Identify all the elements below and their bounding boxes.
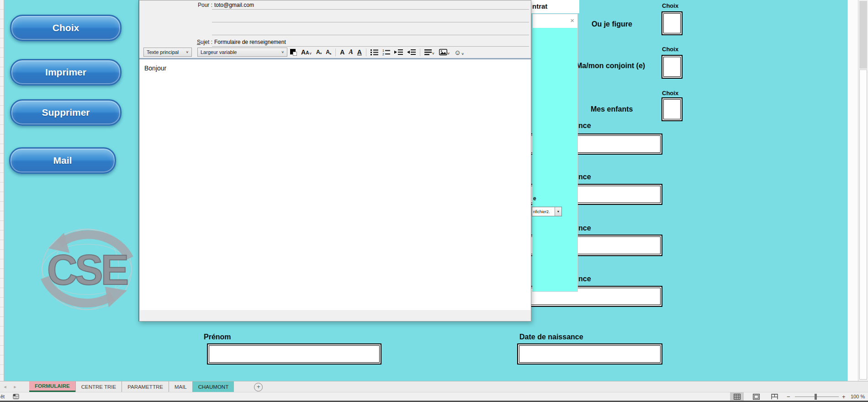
popup-text-fragment: e (533, 195, 536, 202)
naissance-label-fragment-1: nce (578, 122, 591, 130)
cse-logo-graphic: CSE (36, 223, 138, 316)
cc-field-underline[interactable] (212, 22, 529, 22)
underline-icon[interactable]: A (357, 49, 362, 55)
toolbar-separator (335, 48, 336, 56)
font-color-icon[interactable] (290, 49, 297, 56)
sheet-tab-bar: ◄ ► FORMULAIRE CENTRE TRIE PARAMETTRE MA… (0, 381, 868, 392)
conjoint-label: Ma/mon conjoint (e) (576, 62, 645, 70)
bold-icon[interactable]: A (340, 49, 344, 55)
toolbar-separator (420, 48, 420, 56)
choix-button[interactable]: Choix (10, 15, 122, 41)
align-icon[interactable]: ∨ (424, 49, 435, 55)
cse-logo: CSE (36, 223, 138, 316)
vertical-scrollbar-thumb[interactable] (859, 1, 867, 69)
dropdown-arrow-icon[interactable]: ▼ (555, 207, 561, 216)
tab-centre-trie[interactable]: CENTRE TRIE (75, 381, 122, 392)
file-select-value: nfichier2. (532, 209, 555, 214)
date-naissance-label: Date de naissance (519, 333, 583, 341)
macro-record-icon[interactable] (13, 394, 19, 400)
choix-label-3: Choix (662, 90, 678, 96)
page-break-view-icon[interactable] (767, 392, 781, 401)
to-label: Pour : (185, 2, 212, 8)
page-layout-view-icon[interactable] (749, 392, 763, 401)
tab-paramettre[interactable]: PARAMETTRE (122, 381, 169, 392)
row-header-sliver (0, 0, 4, 381)
supprimer-button[interactable]: Supprimer (10, 99, 122, 126)
prenom-input[interactable] (207, 343, 381, 364)
file-select-dropdown[interactable]: nfichier2. ▼ (532, 207, 562, 216)
subject-label: Sujet : (185, 39, 212, 45)
image-icon[interactable]: ∨ (439, 49, 450, 55)
width-dropdown-value: Largeur variable (201, 49, 237, 55)
width-dropdown[interactable]: Largeur variable ∨ (197, 48, 287, 57)
zoom-slider-track[interactable] (795, 397, 839, 397)
choix-checkbox-3[interactable] (662, 97, 683, 121)
style-dropdown-value: Texte principal (147, 49, 179, 55)
status-bar: êt − + 100 % (0, 392, 868, 401)
to-field-underline (212, 9, 529, 10)
add-sheet-icon[interactable]: + (254, 383, 263, 391)
prenom-label: Prénom (204, 333, 231, 341)
chevron-down-icon: ∨ (185, 50, 189, 54)
naissance-label-fragment-2: nce (578, 173, 591, 181)
style-dropdown[interactable]: Texte principal ∨ (143, 48, 192, 57)
emoji-icon[interactable]: ☺ ∨ (454, 49, 464, 56)
indent-icon[interactable] (407, 49, 416, 55)
subject-field[interactable]: Formulaire de renseignement (214, 39, 286, 45)
date-naissance-input[interactable] (517, 343, 662, 364)
imprimer-button[interactable]: Imprimer (10, 59, 122, 86)
mes-enfants-label: Mes enfants (591, 105, 633, 113)
bullet-list-icon[interactable] (370, 49, 378, 55)
shrink-font-icon[interactable]: A▾ (316, 49, 322, 55)
svg-text:1: 1 (382, 49, 384, 52)
choix-checkbox-2[interactable] (662, 55, 683, 79)
chevron-down-icon: ∨ (281, 50, 284, 54)
tab-mail[interactable]: MAIL (169, 381, 192, 392)
svg-text:CSE: CSE (47, 247, 127, 293)
popup-header[interactable]: × (533, 14, 577, 28)
vertical-scrollbar[interactable] (858, 0, 868, 382)
zoom-out-icon[interactable]: − (787, 393, 790, 400)
font-size-icon[interactable]: AA∨ (301, 49, 312, 55)
mail-compose-window: Pour : toto@gmail.com Sujet : Formulaire… (138, 0, 531, 322)
file-chooser-popup: × e nfichier2. ▼ (532, 14, 578, 292)
format-toolbar: AA∨ A▾ A▴ A A A 12 (290, 47, 464, 58)
numbered-list-icon[interactable]: 12 (382, 49, 390, 55)
message-body-text: Bonjour (144, 64, 166, 72)
mail-button[interactable]: Mail (9, 147, 116, 174)
tab-nav-right-icon[interactable]: ► (10, 381, 20, 392)
naissance-label-fragment-4: nce (578, 275, 591, 283)
choix-label-2: Choix (662, 46, 678, 53)
to-field[interactable]: toto@gmail.com (214, 2, 254, 8)
zoom-level-value[interactable]: 100 % (851, 394, 865, 399)
zoom-in-icon[interactable]: + (842, 393, 846, 400)
excel-window: Choix Imprimer Supprimer Mail CSE ntrat … (0, 0, 868, 402)
svg-text:2: 2 (382, 53, 384, 55)
close-icon[interactable]: × (570, 17, 574, 24)
toolbar-separator (366, 48, 366, 56)
message-body-editor[interactable]: Bonjour (140, 59, 531, 310)
tab-nav-left-icon[interactable]: ◄ (0, 381, 10, 392)
contrat-heading-box: ntrat (531, 0, 579, 13)
grow-font-icon[interactable]: A▴ (326, 49, 331, 55)
extra-field-underline[interactable] (212, 35, 529, 35)
tab-formulaire[interactable]: FORMULAIRE (29, 381, 75, 392)
zoom-slider-thumb[interactable] (815, 394, 817, 400)
normal-view-icon[interactable] (730, 392, 744, 401)
contrat-label-fragment: ntrat (532, 2, 547, 10)
choix-checkbox-1[interactable] (662, 11, 683, 35)
outdent-icon[interactable] (394, 49, 403, 55)
vertical-scrollbar-track[interactable] (859, 70, 867, 380)
italic-icon[interactable]: A (349, 49, 353, 55)
ou-je-figure-label: Ou je figure (592, 20, 632, 28)
choix-label-1: Choix (662, 2, 678, 9)
naissance-label-fragment-3: nce (578, 224, 591, 232)
empty-column-strip (847, 0, 858, 381)
ready-status-fragment: êt (0, 394, 5, 399)
tab-chaumont[interactable]: CHAUMONT (192, 381, 234, 392)
